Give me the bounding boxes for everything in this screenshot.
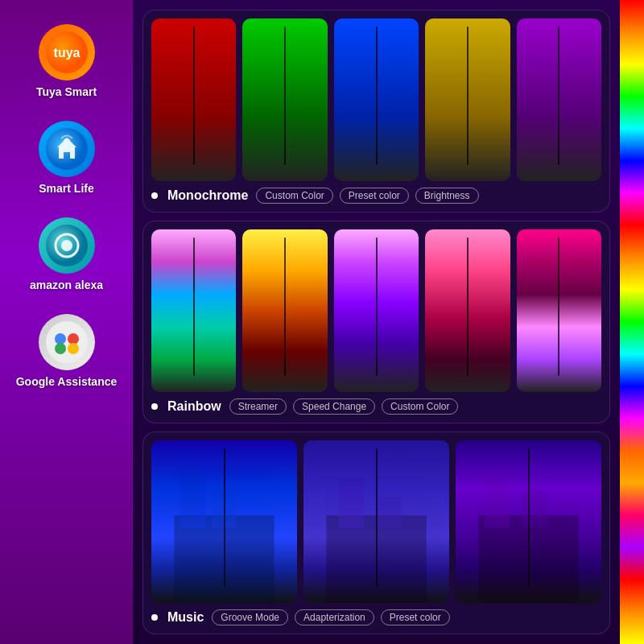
tuya-icon: tuya (39, 24, 95, 80)
lamp-purple (517, 19, 601, 181)
rainbow-panel: Rainbow Streamer Speed Change Custom Col… (142, 221, 610, 423)
monochrome-lamp-row (151, 19, 601, 181)
svg-point-9 (68, 333, 79, 345)
sidebar-item-alexa[interactable]: amazon alexa (30, 217, 103, 291)
rainbow-tag-3[interactable]: Custom Color (382, 398, 458, 415)
svg-rect-15 (326, 515, 426, 603)
monochrome-title: Monochrome (167, 188, 248, 203)
monochrome-tag-1[interactable]: Custom Color (256, 188, 332, 204)
monochrome-tag-3[interactable]: Brightness (415, 188, 479, 204)
smartlife-icon (39, 121, 95, 177)
rainbow-footer: Rainbow Streamer Speed Change Custom Col… (151, 398, 601, 415)
svg-rect-16 (339, 478, 364, 528)
tuya-label: Tuya Smart (36, 85, 97, 98)
music-tag-2[interactable]: Adapterization (295, 609, 374, 625)
lamp-yellow (425, 19, 510, 181)
lamp-rainbow5 (517, 229, 601, 392)
monochrome-dot (151, 192, 158, 199)
music-tag-1[interactable]: Groove Mode (212, 609, 288, 625)
music-panel: Music Groove Mode Adapterization Preset … (142, 431, 610, 634)
svg-rect-19 (485, 472, 510, 528)
rainbow-tag-1[interactable]: Streamer (229, 398, 287, 415)
music-lamp-3 (456, 440, 601, 603)
sidebar-item-tuya[interactable]: tuya Tuya Smart (36, 24, 97, 98)
monochrome-panel: Monochrome Custom Color Preset color Bri… (142, 10, 610, 213)
lamp-green (242, 19, 327, 181)
svg-rect-13 (180, 465, 205, 528)
sidebar-item-google[interactable]: Google Assistance (16, 314, 118, 388)
lamp-rainbow3 (334, 229, 419, 392)
rainbow-lamp-row (151, 229, 601, 392)
svg-rect-14 (212, 490, 237, 528)
svg-rect-12 (174, 515, 274, 603)
svg-point-8 (55, 333, 66, 345)
rainbow-dot (151, 403, 158, 410)
svg-text:tuya: tuya (53, 46, 80, 60)
svg-point-6 (61, 240, 72, 251)
lamp-red (151, 19, 236, 181)
rainbow-tag-2[interactable]: Speed Change (293, 398, 375, 415)
music-footer: Music Groove Mode Adapterization Preset … (151, 609, 601, 625)
alexa-icon (39, 217, 95, 274)
music-title: Music (167, 610, 204, 625)
music-lamp-row (151, 440, 601, 603)
alexa-label: amazon alexa (30, 279, 103, 291)
svg-point-11 (68, 343, 79, 354)
svg-point-7 (46, 321, 88, 363)
smartlife-label: Smart Life (39, 182, 93, 195)
main-content: Monochrome Custom Color Preset color Bri… (133, 0, 620, 644)
music-lamp-1 (151, 440, 297, 603)
lamp-rainbow2 (242, 229, 327, 392)
rainbow-title: Rainbow (167, 399, 221, 414)
svg-rect-17 (377, 497, 402, 528)
music-dot (151, 614, 158, 621)
monochrome-tag-2[interactable]: Preset color (340, 188, 409, 204)
svg-rect-20 (522, 490, 547, 528)
sidebar: tuya Tuya Smart Smart Life (0, 0, 133, 644)
svg-rect-18 (478, 515, 578, 603)
music-lamp-2 (303, 440, 449, 603)
google-label: Google Assistance (16, 375, 118, 388)
lamp-blue (334, 19, 419, 181)
google-icon (39, 314, 95, 370)
lamp-rainbow4 (425, 229, 510, 392)
svg-point-10 (55, 343, 66, 354)
sidebar-item-smartlife[interactable]: Smart Life (39, 121, 95, 195)
lamp-rainbow1 (151, 229, 236, 392)
right-color-bar (620, 0, 644, 644)
monochrome-footer: Monochrome Custom Color Preset color Bri… (151, 188, 601, 204)
music-tag-3[interactable]: Preset color (381, 609, 450, 625)
